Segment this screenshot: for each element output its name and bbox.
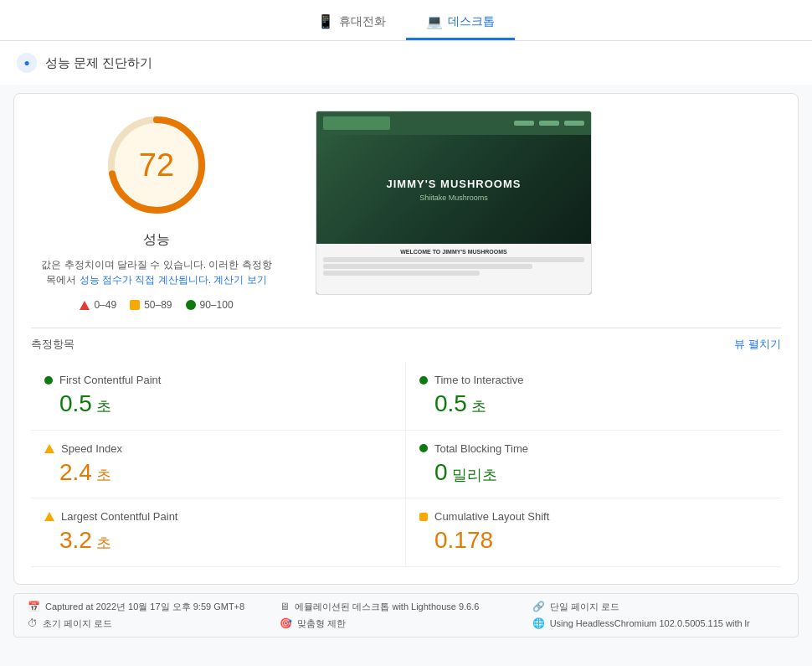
metric-tbt-unit: 밀리초 <box>448 467 497 483</box>
screenshot-bottom-text-2 <box>323 264 532 269</box>
score-circle: 72 <box>102 111 211 219</box>
footer-chromium: 🌐 Using HeadlessChromium 102.0.5005.115 … <box>532 617 784 629</box>
footer-page-load-text: 초기 페이지 로드 <box>43 617 112 630</box>
metric-si-header: Speed Index <box>44 442 392 455</box>
metric-largest-contentful-paint: Largest Contentful Paint 3.2 초 <box>31 498 406 567</box>
metric-fcp-indicator <box>44 376 53 385</box>
score-section: 72 성능 값은 추정치이며 달라질 수 있습니다. 이러한 측정항목에서 성능… <box>31 111 781 311</box>
metric-total-blocking-time: Total Blocking Time 0 밀리초 <box>406 431 781 499</box>
desktop-icon: 💻 <box>426 13 443 29</box>
footer-page-load: ⏱ 초기 페이지 로드 <box>28 617 280 630</box>
legend-red: 0–49 <box>80 299 116 311</box>
globe-icon: 🌐 <box>532 617 545 629</box>
calendar-icon: 📅 <box>28 601 40 612</box>
legend-green: 90–100 <box>186 299 234 311</box>
metric-fcp-name: First Contentful Paint <box>59 374 161 386</box>
metric-cls-header: Cumulative Layout Shift <box>419 510 768 523</box>
metric-lcp-indicator <box>44 512 54 521</box>
score-legend: 0–49 50–89 90–100 <box>80 299 233 311</box>
screenshot-hero: JIMMY'S MUSHROOMS Shiitake Mushrooms <box>316 135 591 244</box>
screenshot-nav <box>514 121 584 126</box>
legend-orange-label: 50–89 <box>144 299 172 311</box>
page-title: 성능 문제 진단하기 <box>45 55 152 71</box>
timer-icon: ⏱ <box>28 617 38 629</box>
legend-green-icon <box>186 300 196 310</box>
metric-lcp-value: 3.2 초 <box>44 526 392 555</box>
metrics-expand-button[interactable]: 뷰 펼치기 <box>734 337 781 352</box>
metric-tti-unit: 초 <box>467 398 486 415</box>
metric-tti-header: Time to Interactive <box>419 374 768 386</box>
tab-desktop-label: 데스크톱 <box>448 14 495 29</box>
tab-mobile[interactable]: 📱 휴대전화 <box>297 7 406 40</box>
footer-single-load: 🔗 단일 페이지 로드 <box>532 601 784 613</box>
tab-desktop[interactable]: 💻 데스크톱 <box>406 7 515 40</box>
link-icon: 🔗 <box>532 601 545 612</box>
footer-captured-text: Captured at 2022년 10월 17일 오후 9:59 GMT+8 <box>45 601 244 613</box>
legend-orange-icon <box>130 300 140 310</box>
screenshot-nav-dot-1 <box>514 121 534 126</box>
legend-green-label: 90–100 <box>200 299 234 311</box>
metric-fcp-unit: 초 <box>92 398 111 415</box>
legend-red-icon <box>80 301 90 310</box>
metric-first-contentful-paint: First Contentful Paint 0.5 초 <box>31 362 406 431</box>
screenshot-logo <box>323 116 390 130</box>
screenshot-bottom-text-3 <box>323 271 480 276</box>
score-calc-link[interactable]: 성능 점수가 직접 계산됩니다 <box>80 274 208 286</box>
footer-chromium-text: Using HeadlessChromium 102.0.5005.115 wi… <box>550 618 750 628</box>
metric-cls-value: 0.178 <box>419 526 768 555</box>
metric-tbt-name: Total Blocking Time <box>434 442 528 455</box>
metric-fcp-header: First Contentful Paint <box>44 374 392 386</box>
footer-col-1: 📅 Captured at 2022년 10월 17일 오후 9:59 GMT+… <box>28 601 280 630</box>
score-view-calc-link[interactable]: 계산기 보기 <box>213 274 266 286</box>
footer-bar: 📅 Captured at 2022년 10월 17일 오후 9:59 GMT+… <box>13 593 799 638</box>
metric-tbt-header: Total Blocking Time <box>419 442 768 455</box>
metric-tti-value: 0.5 초 <box>419 390 768 418</box>
metric-tti-indicator <box>419 376 428 385</box>
footer-throttle-text: 맞춤형 제한 <box>297 617 346 630</box>
main-panel: 72 성능 값은 추정치이며 달라질 수 있습니다. 이러한 측정항목에서 성능… <box>13 93 799 585</box>
metric-si-indicator <box>44 444 54 453</box>
screenshot-bottom: WELCOME TO JIMMY'S MUSHROOMS <box>316 244 591 294</box>
metric-fcp-value: 0.5 초 <box>44 390 392 418</box>
metric-si-unit: 초 <box>92 467 111 483</box>
header-icon: ● <box>17 53 37 73</box>
metric-lcp-name: Largest Contentful Paint <box>61 510 177 523</box>
metrics-header: 측정항목 뷰 펼치기 <box>31 337 781 352</box>
metric-tbt-indicator <box>419 444 428 452</box>
metric-cumulative-layout-shift: Cumulative Layout Shift 0.178 <box>406 498 781 567</box>
metric-speed-index: Speed Index 2.4 초 <box>31 431 406 499</box>
metric-cls-indicator <box>419 513 428 521</box>
screenshot-topbar <box>316 111 591 135</box>
screenshot-bottom-text-1 <box>323 257 584 262</box>
screenshot-hero-subtitle: Shiitake Mushrooms <box>419 194 488 202</box>
page-header: ● 성능 문제 진단하기 <box>0 41 812 85</box>
monitor-icon: 🖥 <box>280 601 290 612</box>
metric-lcp-header: Largest Contentful Paint <box>44 510 392 523</box>
tab-mobile-label: 휴대전화 <box>339 14 386 29</box>
footer-throttle: 🎯 맞춤형 제한 <box>280 617 532 630</box>
footer-single-load-text: 단일 페이지 로드 <box>550 601 619 613</box>
score-left: 72 성능 값은 추정치이며 달라질 수 있습니다. 이러한 측정항목에서 성능… <box>31 111 282 311</box>
screenshot-hero-title: JIMMY'S MUSHROOMS <box>387 178 522 190</box>
footer-col-3: 🔗 단일 페이지 로드 🌐 Using HeadlessChromium 102… <box>532 601 784 630</box>
metric-time-to-interactive: Time to Interactive 0.5 초 <box>406 362 781 431</box>
score-number: 72 <box>139 147 174 183</box>
metric-tti-name: Time to Interactive <box>434 374 523 386</box>
screenshot-bottom-title: WELCOME TO JIMMY'S MUSHROOMS <box>323 249 584 255</box>
target-icon: 🎯 <box>280 617 292 629</box>
metrics-label: 측정항목 <box>31 337 75 352</box>
metrics-grid: First Contentful Paint 0.5 초 Time to Int… <box>31 362 781 567</box>
footer-captured: 📅 Captured at 2022년 10월 17일 오후 9:59 GMT+… <box>28 601 280 613</box>
section-divider <box>31 328 781 328</box>
footer-emulated: 🖥 에뮬레이션된 데스크톱 with Lighthouse 9.6.6 <box>280 601 532 613</box>
score-label: 성능 <box>143 231 170 249</box>
screenshot-nav-dot-3 <box>564 121 584 126</box>
footer-col-2: 🖥 에뮬레이션된 데스크톱 with Lighthouse 9.6.6 🎯 맞춤… <box>280 601 532 630</box>
tab-bar: 📱 휴대전화 💻 데스크톱 <box>0 0 812 41</box>
score-screenshot: JIMMY'S MUSHROOMS Shiitake Mushrooms WEL… <box>316 111 781 295</box>
screenshot-nav-dot-2 <box>539 121 559 126</box>
metric-cls-name: Cumulative Layout Shift <box>434 510 549 523</box>
header-icon-glyph: ● <box>23 57 29 69</box>
mobile-icon: 📱 <box>317 13 334 29</box>
legend-orange: 50–89 <box>130 299 172 311</box>
